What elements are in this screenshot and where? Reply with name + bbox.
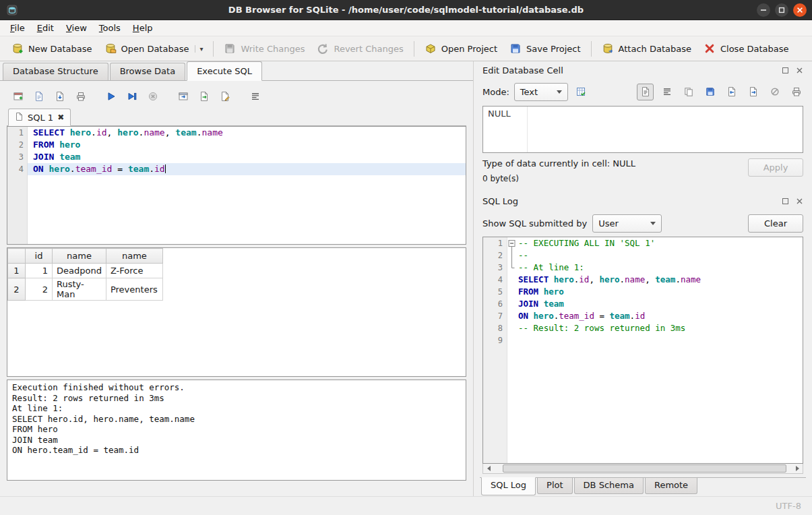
float-panel-icon[interactable] <box>780 196 790 206</box>
cell[interactable]: Rusty-Man <box>53 278 106 301</box>
open-project-button[interactable]: Open Project <box>418 39 503 58</box>
tab-browse-data[interactable]: Browse Data <box>110 63 186 80</box>
mode-label: Mode: <box>482 87 509 97</box>
tab-db-schema[interactable]: DB Schema <box>574 478 644 494</box>
cell[interactable]: 1 <box>26 264 53 278</box>
fold-marker <box>507 322 516 334</box>
column-header[interactable]: name <box>106 249 162 264</box>
maximize-button[interactable] <box>775 3 788 17</box>
cell[interactable]: Z-Force <box>106 264 162 278</box>
line-number: 3 <box>7 151 28 163</box>
menu-view[interactable]: View <box>60 21 93 35</box>
clear-log-button[interactable]: Clear <box>748 214 803 233</box>
log-code-line: JOIN team <box>516 298 803 310</box>
tab-remote[interactable]: Remote <box>645 478 697 494</box>
word-wrap-button[interactable] <box>247 88 263 105</box>
write-changes-button: Write Changes <box>218 39 311 58</box>
open-database-icon <box>104 42 117 55</box>
log-line-number: 9 <box>483 334 507 346</box>
minimize-button[interactable] <box>757 3 770 17</box>
auto-switch-mode-button[interactable] <box>573 84 590 100</box>
menu-help[interactable]: Help <box>127 21 159 35</box>
tab-sql-log[interactable]: SQL Log <box>481 477 536 495</box>
corner-header[interactable] <box>8 249 26 264</box>
import-button[interactable] <box>723 84 740 100</box>
log-filter-select[interactable]: User <box>592 214 662 233</box>
menu-edit[interactable]: Edit <box>31 21 60 35</box>
row-header[interactable]: 2 <box>8 278 26 301</box>
log-filter-label: Show SQL submitted by <box>482 218 587 229</box>
save-sql-file-button[interactable] <box>51 88 68 105</box>
tab-sql-1[interactable]: SQL 1 ✖ <box>8 109 71 126</box>
revert-changes-icon <box>317 42 329 55</box>
open-sql-file-button[interactable] <box>30 88 47 105</box>
mode-select[interactable]: Text <box>514 83 568 101</box>
attach-database-label: Attach Database <box>619 44 691 54</box>
set-null-button[interactable] <box>766 84 783 100</box>
close-button[interactable] <box>793 3 807 17</box>
log-line-number: 3 <box>483 262 507 274</box>
menu-file[interactable]: File <box>4 21 31 35</box>
new-database-button[interactable]: New Database <box>5 39 98 58</box>
save-button[interactable] <box>701 84 718 100</box>
text-mode-button[interactable] <box>637 84 654 100</box>
close-tab-icon[interactable]: ✖ <box>57 113 64 122</box>
column-header[interactable]: id <box>26 249 53 264</box>
fold-marker <box>507 286 516 298</box>
scrollbar-track[interactable] <box>494 464 792 473</box>
cell-value-editor[interactable]: NULL <box>482 106 803 153</box>
copy-button[interactable] <box>680 84 697 100</box>
float-panel-icon[interactable] <box>780 65 790 75</box>
message-line: Result: 2 rows returned in 3ms <box>12 393 461 404</box>
log-horizontal-scrollbar[interactable] <box>482 464 803 474</box>
log-line-number: 1 <box>483 237 507 249</box>
log-line: 8-- Result: 2 rows returned in 3ms <box>483 322 803 334</box>
chevron-down-icon <box>557 90 562 94</box>
editor-line[interactable]: 2FROM hero <box>7 139 466 151</box>
find-replace-button[interactable] <box>216 88 233 105</box>
editor-line[interactable]: 4ON hero.team_id = team.id <box>7 163 466 175</box>
column-header[interactable]: name <box>53 249 106 264</box>
close-panel-icon[interactable] <box>794 196 805 206</box>
cell[interactable]: Deadpond <box>53 264 106 278</box>
open-database-label: Open Database <box>121 44 189 54</box>
export-tab-button[interactable] <box>175 88 191 105</box>
close-panel-icon[interactable] <box>794 65 805 75</box>
sql-editor[interactable]: 1SELECT hero.id, hero.name, team.name2FR… <box>7 126 466 245</box>
execute-current-line-button[interactable] <box>123 88 140 105</box>
row-header[interactable]: 1 <box>8 264 26 278</box>
line-number: 1 <box>7 127 28 139</box>
fold-collapse-icon[interactable] <box>507 237 516 249</box>
cell[interactable]: 2 <box>26 278 53 301</box>
close-database-button[interactable]: Close Database <box>697 39 795 58</box>
sql-file-icon <box>15 112 24 123</box>
print-button[interactable] <box>72 88 89 105</box>
open-database-button[interactable]: Open Database▾ <box>98 39 210 58</box>
scroll-right-icon[interactable] <box>792 464 803 473</box>
editor-line[interactable]: 1SELECT hero.id, hero.name, team.name <box>7 127 466 139</box>
export-button[interactable] <box>745 84 761 100</box>
word-wrap-button[interactable] <box>658 84 675 100</box>
export-file-button[interactable] <box>195 88 212 105</box>
dropdown-arrow-icon[interactable]: ▾ <box>195 45 203 53</box>
cell[interactable]: Preventers <box>106 278 162 301</box>
print-button[interactable] <box>788 84 805 100</box>
execution-message[interactable]: Execution finished without errors.Result… <box>7 380 466 481</box>
scrollbar-thumb[interactable] <box>503 464 786 473</box>
results-grid: idnamename11DeadpondZ-Force22Rusty-ManPr… <box>7 247 466 377</box>
save-project-button[interactable]: Save Project <box>503 39 587 58</box>
new-tab-button[interactable] <box>9 88 26 105</box>
encoding-indicator: UTF-8 <box>776 501 801 511</box>
log-code-line: -- Result: 2 rows returned in 3ms <box>516 322 803 334</box>
attach-database-button[interactable]: Attach Database <box>596 39 697 58</box>
tab-plot[interactable]: Plot <box>537 478 573 494</box>
sql-log-view[interactable]: 1-- EXECUTING ALL IN 'SQL 1'2--3-- At li… <box>482 237 803 464</box>
tab-database-structure[interactable]: Database Structure <box>3 63 108 80</box>
execute-all-button[interactable] <box>102 88 119 105</box>
menu-tools[interactable]: Tools <box>93 21 127 35</box>
editor-line[interactable]: 3JOIN team <box>7 151 466 163</box>
scroll-left-icon[interactable] <box>483 464 494 473</box>
log-line-number: 4 <box>483 274 507 286</box>
tab-execute-sql[interactable]: Execute SQL <box>187 61 262 81</box>
attach-database-icon <box>602 42 614 55</box>
